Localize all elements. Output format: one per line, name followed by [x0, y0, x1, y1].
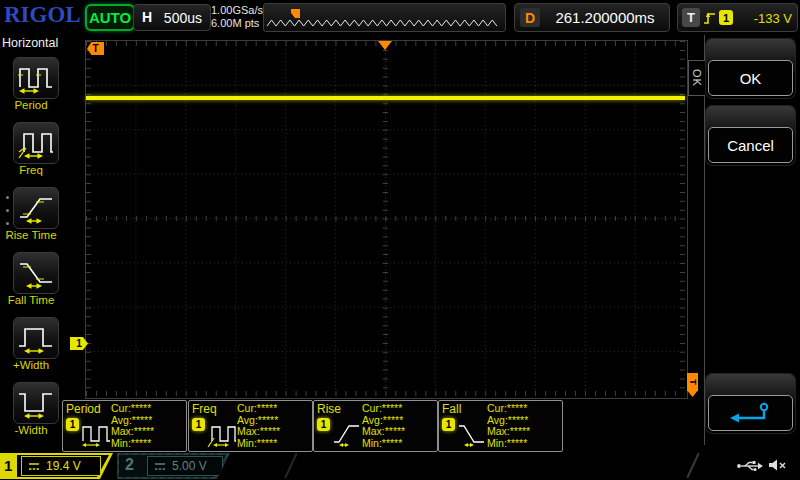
- preview-position-marker: [291, 9, 300, 18]
- sidebar-item-label: Fall Time: [0, 294, 62, 306]
- horizontal-timebase-box: H 500us: [133, 4, 211, 31]
- cancel-softkey[interactable]: Cancel: [705, 105, 796, 166]
- ok-button[interactable]: OK: [708, 60, 793, 96]
- cancel-button[interactable]: Cancel: [708, 127, 793, 163]
- menu-scroll-dot: [6, 235, 9, 238]
- measurement-name: Fall: [442, 402, 461, 416]
- channel1-waveform: [86, 96, 685, 100]
- ok-softkey[interactable]: OK: [705, 38, 796, 99]
- measurement-panel-period: Period 1 Cur:***** Avg:***** Max:***** M…: [62, 400, 187, 452]
- channel-badge: 1: [442, 418, 455, 431]
- delay-label: D: [520, 8, 540, 27]
- sidebar-item-label: Freq: [0, 164, 62, 176]
- sidebar-item-fall-time[interactable]: Fall Time: [0, 252, 62, 308]
- speaker-muted-icon: [768, 458, 788, 473]
- fall-time-button[interactable]: [13, 252, 59, 294]
- measurement-panel-fall: Fall 1 Cur:***** Avg:***** Max:***** Min…: [438, 400, 563, 452]
- minus-width-icon: [18, 386, 54, 420]
- measurement-panel-rise: Rise 1 Cur:***** Avg:***** Max:***** Min…: [313, 400, 438, 452]
- return-button[interactable]: [708, 395, 793, 431]
- channel2-scale: 5.00 V: [172, 459, 207, 473]
- sidebar-item-label: +Width: [0, 359, 62, 371]
- sidebar-item-plus-width[interactable]: +Width: [0, 317, 62, 373]
- rise-time-icon: [18, 191, 54, 225]
- minus-width-button[interactable]: [13, 382, 59, 424]
- dc-coupling-icon: [28, 462, 40, 471]
- plus-width-button[interactable]: [13, 317, 59, 359]
- trigger-slope-rising-icon: [703, 10, 716, 25]
- plus-width-icon: [18, 321, 54, 355]
- channel1-scale-box: 19.4 V: [21, 456, 101, 476]
- fall-icon: [457, 421, 487, 448]
- sample-rate: 1.00GSa/s: [211, 4, 263, 17]
- channel-badge: 1: [317, 418, 330, 431]
- sidebar-item-freq[interactable]: Freq: [0, 122, 62, 178]
- return-arrow-icon: [728, 401, 774, 425]
- menu-scroll-dot: [6, 196, 9, 199]
- graticule-grid: [86, 41, 685, 396]
- oscilloscope-screen: RIGOL AUTO H 500us 1.00GSa/s 6.00M pts D…: [0, 0, 800, 480]
- channel2-scale-box: 5.00 V: [147, 456, 223, 476]
- run-status-badge: AUTO: [85, 4, 135, 31]
- acquisition-info: 1.00GSa/s 6.00M pts: [211, 4, 263, 29]
- channel-bar-divider: [284, 453, 297, 478]
- waveform-preview-bar: [263, 3, 506, 32]
- period-icon: [81, 421, 111, 448]
- menu-tab-label: OK: [691, 69, 703, 87]
- measurement-name: Freq: [192, 402, 217, 416]
- sidebar-item-period[interactable]: Period: [0, 57, 62, 113]
- channel2-number: 2: [125, 456, 134, 474]
- trigger-position-marker: [378, 41, 392, 50]
- delay-value: 261.200000ms: [545, 9, 665, 26]
- menu-scroll-dot: [6, 222, 9, 225]
- channel1-tab[interactable]: 1 19.4 V: [0, 453, 113, 479]
- dc-coupling-icon: [154, 462, 166, 471]
- sidebar-title: Horizontal: [2, 36, 58, 50]
- sidebar-item-minus-width[interactable]: -Width: [0, 382, 62, 438]
- graticule: T: [85, 40, 688, 399]
- sidebar-item-label: Rise Time: [0, 229, 62, 241]
- delay-box: D 261.200000ms: [514, 3, 670, 32]
- measurement-name: Rise: [317, 402, 341, 416]
- channel-badge: 1: [66, 418, 79, 431]
- sidebar-item-label: -Width: [0, 424, 62, 436]
- measurement-values: Cur:***** Avg:***** Max:***** Min:*****: [237, 403, 280, 449]
- trigger-source-badge: 1: [719, 10, 733, 25]
- preview-wave-icon: [264, 4, 503, 29]
- measurement-values: Cur:***** Avg:***** Max:***** Min:*****: [362, 403, 405, 449]
- channel1-number: 1: [4, 457, 12, 474]
- fall-time-icon: [18, 256, 54, 290]
- freq-icon: [207, 421, 237, 448]
- sidebar-item-rise-time[interactable]: Rise Time: [0, 187, 62, 243]
- sidebar-item-label: Period: [0, 99, 62, 111]
- rise-icon: [332, 421, 362, 448]
- measurement-panel-freq: Freq 1 Cur:***** Avg:***** Max:***** Min…: [188, 400, 313, 452]
- freq-button[interactable]: [13, 122, 59, 164]
- trigger-label: T: [682, 8, 700, 27]
- measurement-values: Cur:***** Avg:***** Max:***** Min:*****: [111, 403, 154, 449]
- measurement-name: Period: [66, 402, 101, 416]
- timebase-value: 500us: [164, 10, 202, 26]
- menu-scroll-dot: [6, 209, 9, 212]
- menu-tab: OK: [688, 60, 705, 96]
- channel-bar-divider: [686, 453, 699, 478]
- channel2-tab[interactable]: 2 5.00 V: [117, 453, 230, 479]
- channel1-scale: 19.4 V: [46, 459, 81, 473]
- period-icon: [18, 61, 54, 95]
- preview-wave-path: [267, 20, 497, 26]
- measurement-values: Cur:***** Avg:***** Max:***** Min:*****: [487, 403, 530, 449]
- trigger-level-marker: T: [687, 373, 698, 397]
- memory-depth: 6.00M pts: [211, 17, 263, 30]
- channel-badge: 1: [192, 418, 205, 431]
- trigger-level-value: -133 V: [738, 11, 792, 26]
- rigol-logo: RIGOL: [4, 2, 81, 28]
- rise-time-button[interactable]: [13, 187, 59, 229]
- freq-icon: [18, 126, 54, 160]
- horizontal-label: H: [142, 9, 152, 25]
- back-softkey[interactable]: [705, 373, 796, 434]
- trigger-box: T 1 -133 V: [677, 3, 798, 32]
- period-button[interactable]: [13, 57, 59, 99]
- usb-icon: [736, 458, 764, 473]
